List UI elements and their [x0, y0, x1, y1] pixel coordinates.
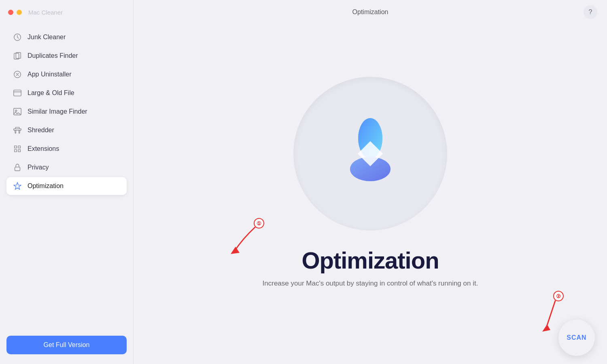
main-subtitle: Increase your Mac's output by staying in… [263, 279, 478, 288]
sidebar-item-label: Extensions [28, 145, 59, 152]
sidebar-item-extensions[interactable]: Extensions [6, 140, 127, 158]
optimization-icon [13, 182, 22, 190]
junk-cleaner-icon [13, 33, 22, 42]
sidebar-item-label: App Uninstaller [28, 71, 72, 78]
svg-rect-4 [14, 90, 21, 96]
sidebar: Mac Cleaner Junk Cleaner Duplicates Find… [0, 0, 134, 364]
main-header-title: Optimization [352, 8, 388, 16]
minimize-button[interactable] [17, 10, 22, 15]
extensions-icon [13, 144, 22, 153]
sidebar-item-label: Shredder [28, 127, 54, 134]
sidebar-item-privacy[interactable]: Privacy [6, 159, 127, 176]
main-content: Optimization ? [134, 0, 607, 364]
shredder-icon [13, 126, 22, 135]
sidebar-item-label: Junk Cleaner [28, 34, 66, 41]
titlebar: Mac Cleaner [6, 0, 127, 24]
sidebar-item-duplicates-finder[interactable]: Duplicates Finder [6, 47, 127, 65]
similar-image-finder-icon [13, 107, 22, 116]
svg-rect-8 [15, 167, 20, 171]
svg-text:①: ① [257, 220, 261, 226]
traffic-lights [8, 10, 22, 15]
main-header: Optimization ? [134, 0, 607, 24]
sidebar-item-label: Similar Image Finder [28, 108, 87, 115]
sidebar-item-large-old-file[interactable]: Large & Old File [6, 84, 127, 102]
help-button[interactable]: ? [584, 5, 597, 19]
sidebar-item-label: Duplicates Finder [28, 52, 78, 59]
get-full-version-button[interactable]: Get Full Version [6, 336, 127, 354]
logo-circle [293, 77, 447, 231]
main-heading: Optimization [301, 247, 439, 274]
sidebar-item-junk-cleaner[interactable]: Junk Cleaner [6, 28, 127, 46]
svg-marker-16 [231, 247, 240, 254]
app-logo [330, 113, 411, 194]
privacy-icon [13, 163, 22, 172]
sidebar-item-app-uninstaller[interactable]: App Uninstaller [6, 66, 127, 83]
duplicates-finder-icon [13, 51, 22, 60]
svg-point-6 [15, 110, 17, 112]
nav-list: Junk Cleaner Duplicates Finder App Unins… [6, 24, 127, 329]
large-old-file-icon [13, 89, 22, 97]
sidebar-item-optimization[interactable]: Optimization [6, 177, 127, 195]
scan-button[interactable]: SCAN [558, 320, 595, 356]
app-uninstaller-icon [13, 70, 22, 79]
annotation-arrow-1: ① [219, 218, 267, 259]
sidebar-item-label: Large & Old File [28, 89, 74, 97]
center-area: Optimization Increase your Mac's output … [134, 24, 607, 364]
svg-marker-19 [542, 324, 550, 332]
sidebar-item-label: Privacy [28, 164, 49, 171]
svg-text:②: ② [556, 293, 561, 299]
sidebar-item-shredder[interactable]: Shredder [6, 121, 127, 139]
sidebar-item-label: Optimization [28, 182, 64, 190]
sidebar-item-similar-image-finder[interactable]: Similar Image Finder [6, 103, 127, 121]
close-button[interactable] [8, 10, 13, 15]
app-title: Mac Cleaner [28, 9, 63, 16]
